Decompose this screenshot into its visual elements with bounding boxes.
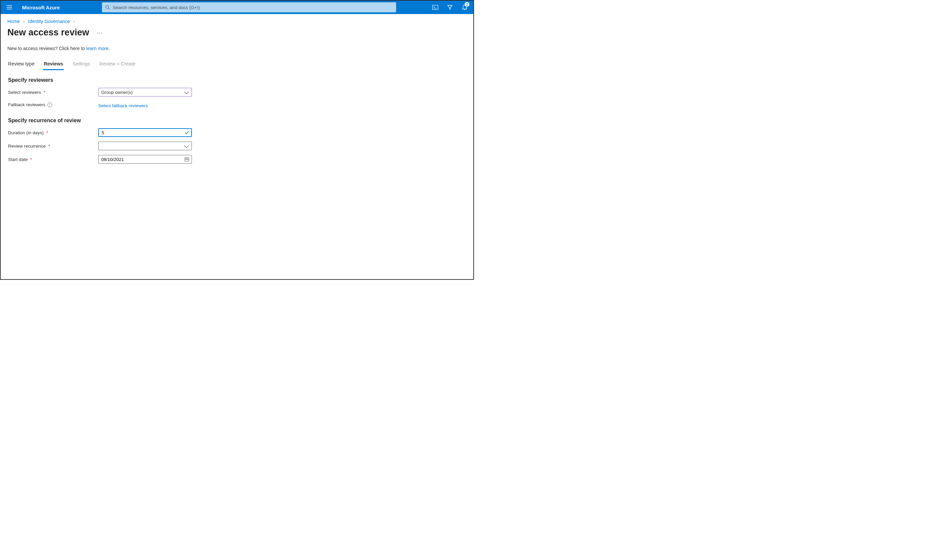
recurrence-dropdown[interactable] [98, 142, 192, 150]
page-title-row: New access review ⋯ [7, 28, 467, 38]
chevron-down-icon [184, 143, 189, 148]
svg-point-3 [106, 5, 109, 8]
more-actions-button[interactable]: ⋯ [97, 30, 103, 36]
form: Specify reviewers Select reviewers * Gro… [7, 77, 467, 164]
search-wrap [73, 2, 425, 12]
breadcrumb-identity-gov[interactable]: Identity Governance [28, 19, 70, 24]
notification-badge: 2 [465, 2, 469, 7]
product-logo[interactable]: Microsoft Azure [22, 5, 60, 10]
svg-rect-2 [7, 9, 12, 9]
intro-prefix: New to access reviews? Click here to [7, 46, 86, 51]
breadcrumb-home[interactable]: Home [7, 19, 20, 24]
filter-icon [447, 5, 453, 10]
row-recurrence: Review recurrence * [8, 142, 467, 150]
label-fallback-reviewers: Fallback reviewers i [8, 102, 98, 107]
svg-rect-11 [185, 159, 186, 160]
label-recurrence: Review recurrence * [8, 144, 98, 149]
label-start-date: Start date * [8, 157, 98, 162]
intro-text: New to access reviews? Click here to lea… [7, 46, 467, 51]
cloud-shell-button[interactable] [428, 1, 443, 14]
start-date-input[interactable] [98, 155, 192, 164]
tab-review-type[interactable]: Review type [7, 59, 35, 70]
section-recurrence: Specify recurrence of review [8, 117, 467, 123]
directories-button[interactable] [443, 1, 457, 14]
chevron-right-icon: › [73, 19, 75, 24]
cloud-shell-icon [432, 5, 438, 10]
topbar-icons: 2 [428, 1, 472, 14]
tab-settings[interactable]: Settings [72, 59, 91, 70]
chevron-right-icon: › [23, 19, 25, 24]
svg-rect-12 [187, 159, 187, 160]
svg-rect-0 [7, 5, 12, 6]
chevron-down-icon [184, 89, 189, 94]
notifications-button[interactable]: 2 [457, 1, 472, 14]
label-select-reviewers: Select reviewers * [8, 90, 98, 95]
svg-rect-13 [188, 159, 188, 160]
info-icon[interactable]: i [48, 103, 52, 107]
section-specify-reviewers: Specify reviewers [8, 77, 467, 83]
svg-line-4 [109, 8, 110, 9]
hamburger-menu[interactable] [2, 1, 17, 14]
row-start-date: Start date * [8, 155, 467, 164]
intro-suffix: . [109, 46, 110, 51]
svg-rect-1 [7, 7, 12, 8]
label-text: Duration (in days) [8, 130, 44, 135]
check-icon [185, 130, 189, 135]
select-fallback-reviewers-link[interactable]: Select fallback reviewers [98, 103, 148, 108]
row-fallback-reviewers: Fallback reviewers i Select fallback rev… [8, 101, 467, 108]
required-icon: * [48, 144, 50, 149]
breadcrumb: Home › Identity Governance › [7, 19, 467, 24]
row-duration: Duration (in days) * [8, 128, 467, 137]
dropdown-value: Group owner(s) [101, 90, 133, 95]
tab-reviews[interactable]: Reviews [43, 59, 64, 70]
required-icon: * [44, 90, 45, 95]
calendar-icon[interactable] [185, 157, 189, 162]
svg-rect-5 [432, 5, 438, 10]
required-icon: * [46, 130, 48, 135]
row-select-reviewers: Select reviewers * Group owner(s) [8, 88, 467, 97]
label-text: Fallback reviewers [8, 102, 45, 107]
topbar: Microsoft Azure [1, 1, 473, 14]
page-content: Home › Identity Governance › New access … [1, 14, 473, 173]
hamburger-icon [7, 5, 12, 9]
page-title: New access review [7, 28, 89, 38]
select-reviewers-dropdown[interactable]: Group owner(s) [98, 88, 192, 97]
label-text: Start date [8, 157, 28, 162]
label-duration: Duration (in days) * [8, 130, 98, 135]
tab-review-create[interactable]: Review + Create [99, 59, 136, 70]
tabs: Review type Reviews Settings Review + Cr… [7, 59, 467, 70]
required-icon: * [31, 157, 32, 162]
search-icon [105, 5, 110, 10]
label-text: Select reviewers [8, 90, 41, 95]
label-text: Review recurrence [8, 144, 46, 149]
search-input[interactable] [113, 5, 393, 10]
search-box[interactable] [102, 2, 396, 12]
learn-more-link[interactable]: learn more [86, 46, 109, 51]
duration-input[interactable] [98, 128, 192, 137]
